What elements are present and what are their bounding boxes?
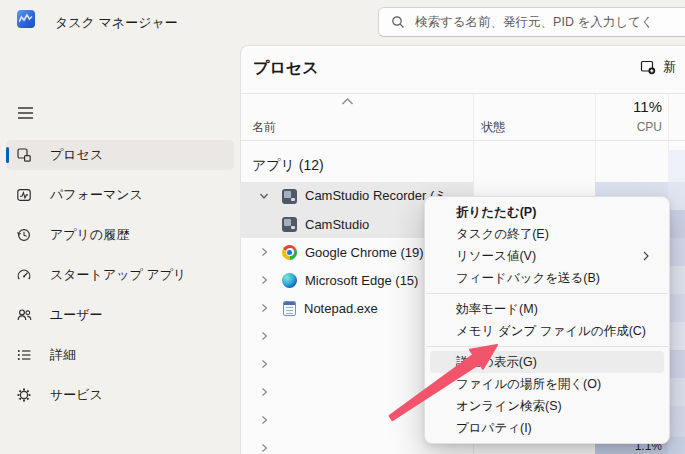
menu-item-label: 効率モード(M) <box>456 301 538 318</box>
process-name: Google Chrome (19) <box>305 245 424 260</box>
sidebar-item-label: ユーザー <box>50 306 103 324</box>
menu-separator <box>426 293 668 294</box>
sidebar: プロセス パフォーマンス アプリの履歴 スタートアップ アプリ <box>0 45 240 454</box>
chevron-right-icon[interactable] <box>258 302 270 314</box>
selection-accent-bar <box>6 147 9 163</box>
sidebar-item-app-history[interactable]: アプリの履歴 <box>6 220 234 250</box>
search-icon <box>391 15 405 29</box>
process-name: CamStudio <box>305 217 369 232</box>
hamburger-menu-icon[interactable] <box>12 101 38 125</box>
titlebar: タスク マネージャー 検索する名前、発行元、PID を入力してく <box>0 0 685 45</box>
column-header-cpu[interactable]: CPU <box>595 120 662 134</box>
cpu-heat-strip <box>668 150 685 182</box>
sort-ascending-icon <box>341 97 354 106</box>
performance-icon <box>16 187 32 203</box>
camstudio-icon <box>282 189 297 204</box>
annotation-arrow-icon <box>378 334 508 429</box>
cpu-heat-strip <box>668 238 685 266</box>
column-header-name[interactable]: 名前 <box>252 119 276 136</box>
cpu-heat-strip <box>668 210 685 238</box>
submenu-arrow-icon <box>642 250 650 262</box>
page-title: プロセス <box>253 58 319 79</box>
window-title: タスク マネージャー <box>55 14 178 32</box>
edge-icon <box>282 273 297 288</box>
sidebar-item-performance[interactable]: パフォーマンス <box>6 180 234 210</box>
sidebar-item-processes[interactable]: プロセス <box>6 140 234 170</box>
sidebar-item-startup-apps[interactable]: スタートアップ アプリ <box>6 260 234 290</box>
app-history-icon <box>16 227 32 243</box>
chrome-icon <box>282 245 297 260</box>
cpu-heat-strip <box>668 266 685 294</box>
menu-item-collapse[interactable]: 折りたたむ(P) <box>430 201 664 223</box>
menu-item-label: 折りたたむ(P) <box>456 204 536 221</box>
cpu-heat-strip <box>668 437 685 454</box>
cpu-heat-strip <box>668 350 685 378</box>
header-divider <box>241 140 685 141</box>
chevron-right-icon[interactable] <box>258 386 270 398</box>
processes-icon <box>16 147 32 163</box>
chevron-down-icon[interactable] <box>258 190 270 202</box>
sidebar-item-details[interactable]: 詳細 <box>6 340 234 370</box>
sidebar-item-label: サービス <box>50 386 103 404</box>
cpu-heat-strip <box>668 294 685 322</box>
chevron-right-icon[interactable] <box>258 330 270 342</box>
sidebar-item-label: パフォーマンス <box>50 186 143 204</box>
new-task-icon <box>640 59 656 75</box>
menu-item-label: フィードバックを送る(B) <box>456 270 600 287</box>
chevron-right-icon[interactable] <box>258 246 270 258</box>
menu-item-efficiency-mode[interactable]: 効率モード(M) <box>430 298 664 320</box>
sidebar-item-services[interactable]: サービス <box>6 380 234 410</box>
services-icon <box>16 387 32 403</box>
cpu-heat-strip <box>668 378 685 406</box>
menu-item-end-task[interactable]: タスクの終了(E) <box>430 223 664 245</box>
cpu-heat-strip <box>668 182 685 210</box>
chevron-right-icon[interactable] <box>258 442 270 454</box>
run-new-task-button[interactable]: 新 <box>640 58 676 76</box>
users-icon <box>16 307 32 323</box>
cpu-heat-strip <box>668 406 685 437</box>
menu-item-label: リソース値(V) <box>456 248 536 265</box>
group-header-apps[interactable]: アプリ (12) <box>252 157 324 175</box>
details-icon <box>16 347 32 363</box>
menu-item-send-feedback[interactable]: フィードバックを送る(B) <box>430 267 664 289</box>
sidebar-item-label: アプリの履歴 <box>50 226 129 244</box>
menu-item-resource-values[interactable]: リソース値(V) <box>430 245 664 267</box>
notepad-icon <box>283 301 296 316</box>
sidebar-item-label: 詳細 <box>50 346 76 364</box>
search-placeholder: 検索する名前、発行元、PID を入力してく <box>415 14 654 31</box>
sidebar-item-users[interactable]: ユーザー <box>6 300 234 330</box>
menu-item-label: タスクの終了(E) <box>456 226 549 243</box>
chevron-right-icon[interactable] <box>258 358 270 370</box>
process-name: Microsoft Edge (15) <box>305 273 418 288</box>
camstudio-icon <box>282 217 297 232</box>
chevron-right-icon[interactable] <box>258 414 270 426</box>
process-name: Notepad.exe <box>304 301 378 316</box>
sidebar-item-label: スタートアップ アプリ <box>50 266 186 284</box>
column-header-status[interactable]: 状態 <box>481 119 505 136</box>
task-manager-logo-icon <box>17 10 35 28</box>
sidebar-item-label: プロセス <box>50 146 103 164</box>
cpu-heat-strip <box>668 322 685 350</box>
search-input[interactable]: 検索する名前、発行元、PID を入力してく <box>378 7 685 37</box>
cpu-total-value: 11% <box>595 98 662 115</box>
startup-apps-icon <box>16 267 32 283</box>
new-task-label: 新 <box>663 58 676 76</box>
chevron-right-icon[interactable] <box>258 274 270 286</box>
toolbar-divider <box>241 93 685 94</box>
